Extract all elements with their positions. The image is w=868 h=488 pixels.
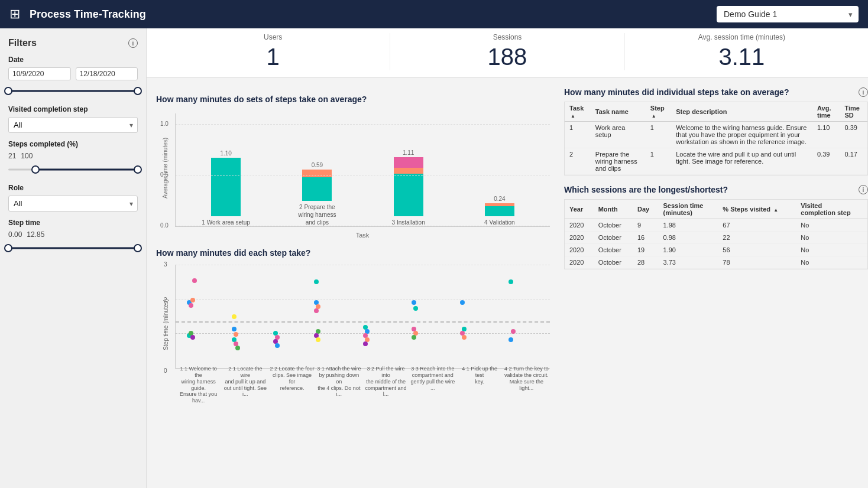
scatter-y-label: Step time (minutes) bbox=[163, 299, 169, 350]
main-layout: Filters i Date 10/9/2020 12/18/2020 Visi… bbox=[0, 28, 868, 488]
guide-dropdown-wrapper: Demo Guide 1 Demo Guide 2 Demo Guide 3 bbox=[717, 6, 859, 22]
steps-slider[interactable] bbox=[8, 162, 138, 177]
filters-info-icon[interactable]: i bbox=[128, 38, 138, 48]
step-time-filter: Step time 0.00 12.85 bbox=[8, 219, 138, 255]
avg-session-label: Avg. session time (minutes) bbox=[632, 33, 851, 41]
col-visited-completion: Visitedcompletion step bbox=[796, 200, 867, 219]
sessions-label: Sessions bbox=[397, 33, 617, 41]
guide-dropdown[interactable]: Demo Guide 1 Demo Guide 2 Demo Guide 3 bbox=[717, 6, 859, 22]
avg-session-value: 3.11 bbox=[632, 44, 851, 70]
scatter-body: 3 2 1 0 bbox=[175, 265, 550, 369]
sessions-value: 188 bbox=[397, 44, 617, 70]
col-session-time: Session time(minutes) bbox=[659, 200, 718, 219]
sessions-stat: Sessions 188 bbox=[390, 33, 624, 70]
role-dropdown[interactable]: AllAdminUser bbox=[8, 196, 138, 212]
col-task: Task ▲ bbox=[565, 102, 591, 122]
right-panel: How many minutes did individual steps ta… bbox=[555, 87, 868, 488]
steps-slider-right-thumb[interactable] bbox=[134, 165, 142, 174]
sessions-header-row: Year Month Day Session time(minutes) % S… bbox=[565, 200, 867, 219]
visited-step-filter: Visited completion step AllYesNo bbox=[8, 105, 138, 133]
date-end[interactable]: 12/18/2020 bbox=[76, 67, 138, 80]
role-label: Role bbox=[8, 184, 138, 192]
visited-step-dropdown-wrapper: AllYesNo bbox=[8, 117, 138, 133]
users-label: Users bbox=[163, 33, 383, 41]
app-header: ⊞ Process Time-Tracking Demo Guide 1 Dem… bbox=[0, 0, 868, 28]
avg-steps-title: How many minutes did individual steps ta… bbox=[564, 87, 868, 97]
bar-chart-body: 1.0 0.5 0.0 1.10 1 Work area setup bbox=[175, 113, 550, 227]
col-steps-visited: % Steps visited ▲ bbox=[718, 200, 796, 219]
avg-steps-header-row: Task ▲ Task name Step ▲ Step description… bbox=[565, 102, 867, 122]
col-time-sd: Time SD bbox=[840, 102, 867, 122]
date-start[interactable]: 10/9/2020 bbox=[8, 67, 71, 80]
steps-completed-label: Steps completed (%) bbox=[8, 140, 138, 148]
table-row: 2 Prepare the wiring harness and clips 1… bbox=[565, 148, 867, 175]
table-row: 2020 October 16 0.98 22 No bbox=[565, 232, 867, 244]
date-label: Date bbox=[8, 56, 138, 64]
sidebar: Filters i Date 10/9/2020 12/18/2020 Visi… bbox=[0, 28, 147, 488]
date-slider-left-thumb[interactable] bbox=[4, 87, 12, 95]
table-row: 2020 October 19 1.90 56 No bbox=[565, 244, 867, 256]
bar-2: 0.59 2 Prepare thewiring harnessand clip… bbox=[271, 162, 362, 226]
date-slider[interactable] bbox=[8, 84, 138, 98]
step-time-max: 12.85 bbox=[27, 230, 44, 239]
sessions-section: Which sessions are the longest/shortest?… bbox=[564, 185, 868, 269]
sessions-table-wrapper: Year Month Day Session time(minutes) % S… bbox=[564, 199, 868, 269]
bar-chart-x-label: Task bbox=[175, 232, 550, 239]
avg-steps-table: Task ▲ Task name Step ▲ Step description… bbox=[565, 102, 867, 175]
steps-max-val: 100 bbox=[21, 152, 33, 160]
visited-step-dropdown[interactable]: AllYesNo bbox=[8, 117, 138, 133]
bar-chart-title: How many minutes do sets of steps take o… bbox=[156, 95, 555, 104]
col-step-desc: Step description bbox=[671, 102, 812, 122]
col-day: Day bbox=[633, 200, 659, 219]
col-task-name: Task name bbox=[591, 102, 646, 122]
step-time-slider[interactable] bbox=[8, 241, 138, 255]
bar-chart-y-label: Average time (minutes) bbox=[163, 137, 169, 198]
steps-min-val: 21 bbox=[8, 152, 16, 160]
sessions-table: Year Month Day Session time(minutes) % S… bbox=[565, 200, 867, 269]
bar-4: 0.24 4 Validation bbox=[454, 196, 545, 226]
date-filter: Date 10/9/2020 12/18/2020 bbox=[8, 56, 138, 98]
step-time-slider-left-thumb[interactable] bbox=[4, 244, 12, 252]
date-range-row: 10/9/2020 12/18/2020 bbox=[8, 67, 138, 80]
col-step: Step ▲ bbox=[646, 102, 671, 122]
step-time-label: Step time bbox=[8, 219, 138, 227]
visited-step-label: Visited completion step bbox=[8, 105, 138, 113]
step-time-slider-right-thumb[interactable] bbox=[134, 244, 142, 252]
app-title: Process Time-Tracking bbox=[30, 8, 707, 21]
table-row: 2020 October 9 1.98 67 No bbox=[565, 219, 867, 232]
left-charts: How many minutes do sets of steps take o… bbox=[147, 87, 555, 488]
steps-completed-filter: Steps completed (%) 21 100 bbox=[8, 140, 138, 177]
step-time-min: 0.00 bbox=[8, 230, 22, 239]
scatter-chart-container: Step time (minutes) 3 2 1 0 bbox=[156, 262, 555, 404]
filters-title: Filters i bbox=[8, 38, 138, 48]
users-value: 1 bbox=[163, 44, 383, 70]
date-slider-right-thumb[interactable] bbox=[134, 87, 142, 95]
role-dropdown-wrapper: AllAdminUser bbox=[8, 196, 138, 212]
bar-chart-container: Average time (minutes) 1.0 0.5 0.0 bbox=[156, 109, 555, 239]
sessions-title: Which sessions are the longest/shortest?… bbox=[564, 185, 868, 194]
app-icon: ⊞ bbox=[9, 6, 20, 22]
table-row: 1 Work area setup 1 Welcome to the wirin… bbox=[565, 122, 867, 148]
role-filter: Role AllAdminUser bbox=[8, 184, 138, 212]
col-month: Month bbox=[594, 200, 633, 219]
avg-steps-table-wrapper: Task ▲ Task name Step ▲ Step description… bbox=[564, 102, 868, 175]
stats-row: Users 1 Sessions 188 Avg. session time (… bbox=[147, 28, 868, 78]
steps-slider-left-thumb[interactable] bbox=[31, 165, 40, 174]
table-row: 2020 October 28 3.73 78 No bbox=[565, 256, 867, 269]
content-area: How many minutes do sets of steps take o… bbox=[147, 87, 868, 488]
col-year: Year bbox=[565, 200, 594, 219]
sessions-info-icon[interactable]: i bbox=[859, 185, 868, 194]
users-stat: Users 1 bbox=[156, 33, 390, 70]
bar-1: 1.10 1 Work area setup bbox=[180, 150, 271, 226]
avg-steps-section: How many minutes did individual steps ta… bbox=[564, 87, 868, 175]
bar-3: 1.11 3 Installation bbox=[363, 149, 454, 226]
avg-session-stat: Avg. session time (minutes) 3.11 bbox=[625, 33, 859, 70]
avg-steps-info-icon[interactable]: i bbox=[859, 87, 868, 97]
col-avg-time: Avg. time bbox=[812, 102, 840, 122]
scatter-chart-title: How many minutes did each step take? bbox=[156, 248, 555, 258]
